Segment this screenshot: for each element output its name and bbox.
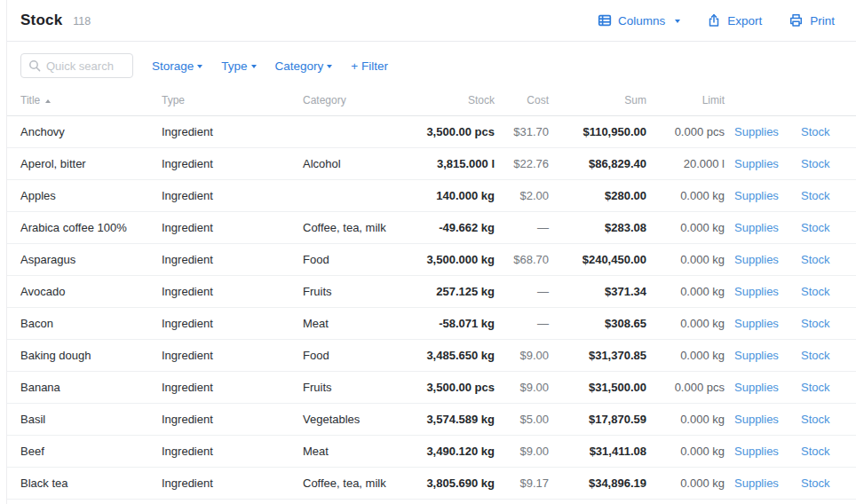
stock-link[interactable]: Stock — [801, 253, 830, 266]
stock-link[interactable]: Stock — [801, 476, 830, 490]
supplies-link[interactable]: Supplies — [734, 476, 779, 490]
table-row[interactable]: Black tea Ingredient Coffee, tea, milk 3… — [7, 467, 856, 499]
search-box[interactable] — [20, 53, 133, 78]
stock-link[interactable]: Stock — [801, 125, 830, 138]
table-row[interactable]: Apples Ingredient 140.000 kg $2.00 $280.… — [7, 179, 856, 211]
supplies-link[interactable]: Supplies — [734, 125, 779, 138]
column-header-type[interactable]: Type — [162, 85, 303, 115]
cell-title: Aperol, bitter — [7, 147, 162, 179]
sort-asc-icon — [45, 99, 51, 103]
cell-category: Coffee, tea, milk — [303, 467, 401, 499]
cell-supplies-action: Supplies — [725, 371, 787, 403]
stock-link[interactable]: Stock — [801, 157, 830, 170]
cell-title: Beef — [7, 435, 162, 467]
supplies-link[interactable]: Supplies — [734, 317, 779, 330]
export-button[interactable]: Export — [707, 13, 762, 28]
cell-stock-action: Stock — [787, 275, 856, 307]
cell-supplies-action: Supplies — [725, 307, 787, 339]
cell-stock-action: Stock — [787, 147, 856, 179]
cell-title: Basil — [7, 403, 162, 435]
column-header-cost[interactable]: Cost — [495, 85, 549, 115]
chevron-down-icon — [675, 20, 680, 23]
cell-stock-action: Stock — [787, 115, 856, 147]
column-header-limit[interactable]: Limit — [646, 85, 725, 115]
cell-category: Meat — [303, 435, 401, 467]
table-row[interactable]: Arabica coffee 100% Ingredient Coffee, t… — [7, 211, 856, 243]
storage-filter-dropdown[interactable]: Storage — [152, 59, 202, 73]
cell-type: Ingredient — [162, 179, 303, 211]
supplies-link[interactable]: Supplies — [734, 445, 779, 458]
cell-stock-action: Stock — [787, 403, 856, 435]
cell-stock-action: Stock — [787, 435, 856, 467]
supplies-link[interactable]: Supplies — [734, 253, 779, 266]
print-button-label: Print — [810, 14, 835, 28]
stock-link[interactable]: Stock — [801, 285, 830, 298]
stock-link[interactable]: Stock — [801, 445, 830, 458]
column-header-title[interactable]: Title — [7, 85, 162, 115]
cell-category — [303, 115, 401, 147]
cell-stock: 140.000 kg — [401, 179, 495, 211]
cell-stock: 3,485.650 kg — [401, 339, 495, 371]
category-filter-dropdown[interactable]: Category — [275, 59, 333, 73]
supplies-link[interactable]: Supplies — [734, 285, 779, 298]
column-header-stock-actions — [787, 85, 856, 115]
cell-cost: — — [495, 211, 549, 243]
cell-limit: 0.000 kg — [646, 467, 725, 499]
chevron-down-icon — [197, 65, 202, 68]
columns-button[interactable]: Columns — [598, 13, 680, 28]
page-header: Stock 118 Columns — [7, 0, 856, 42]
cell-sum: $280.00 — [549, 179, 646, 211]
cell-category — [303, 179, 401, 211]
stock-link[interactable]: Stock — [801, 317, 830, 330]
cell-limit: 0.000 kg — [646, 339, 725, 371]
stock-link[interactable]: Stock — [801, 381, 830, 394]
cell-limit: 0.000 kg — [646, 211, 725, 243]
stock-link[interactable]: Stock — [801, 413, 830, 426]
column-header-category[interactable]: Category — [303, 85, 401, 115]
stock-link[interactable]: Stock — [801, 221, 830, 234]
supplies-link[interactable]: Supplies — [734, 349, 779, 362]
type-filter-dropdown[interactable]: Type — [221, 59, 256, 73]
cell-title: Anchovy — [7, 115, 162, 147]
table-row[interactable]: Beef Ingredient Meat 3,490.120 kg $9.00 … — [7, 435, 856, 467]
supplies-link[interactable]: Supplies — [734, 381, 779, 394]
supplies-link[interactable]: Supplies — [734, 413, 779, 426]
stock-link[interactable]: Stock — [801, 189, 830, 202]
cell-sum: $31,370.85 — [549, 339, 646, 371]
table-row[interactable]: Aperol, bitter Ingredient Alcohol 3,815.… — [7, 147, 856, 179]
cell-stock-action: Stock — [787, 467, 856, 499]
cell-supplies-action: Supplies — [725, 179, 787, 211]
table-row[interactable]: Basil Ingredient Vegetables 3,574.589 kg… — [7, 403, 856, 435]
cell-sum: $308.65 — [549, 307, 646, 339]
cell-type: Ingredient — [162, 243, 303, 275]
cell-category: Coffee, tea, milk — [303, 211, 401, 243]
cell-type: Ingredient — [162, 147, 303, 179]
stock-link[interactable]: Stock — [801, 349, 830, 362]
table-row[interactable]: Banana Ingredient Fruits 3,500.00 pcs $9… — [7, 371, 856, 403]
cell-sum: $110,950.00 — [549, 115, 646, 147]
search-input[interactable] — [46, 59, 125, 73]
cell-stock-action: Stock — [787, 243, 856, 275]
cell-supplies-action: Supplies — [725, 467, 787, 499]
table-row[interactable]: Anchovy Ingredient 3,500.00 pcs $31.70 $… — [7, 115, 856, 147]
table-row[interactable]: Asparagus Ingredient Food 3,500.000 kg $… — [7, 243, 856, 275]
cell-type: Ingredient — [162, 467, 303, 499]
cell-limit: 0.000 kg — [646, 243, 725, 275]
print-button[interactable]: Print — [789, 13, 835, 28]
supplies-link[interactable]: Supplies — [734, 157, 779, 170]
table-row[interactable]: Avocado Ingredient Fruits 257.125 kg — $… — [7, 275, 856, 307]
cell-cost: — — [495, 307, 549, 339]
print-icon — [789, 13, 804, 28]
cell-limit: 0.000 pcs — [646, 371, 725, 403]
cell-stock: 3,500.00 pcs — [401, 115, 495, 147]
cell-stock: 3,500.000 kg — [401, 243, 495, 275]
stock-table: Title Type Category Stock Cost Sum Limit… — [7, 85, 856, 500]
column-header-sum[interactable]: Sum — [549, 85, 646, 115]
add-filter-button[interactable]: + Filter — [351, 59, 388, 73]
supplies-link[interactable]: Supplies — [734, 189, 779, 202]
table-row[interactable]: Baking dough Ingredient Food 3,485.650 k… — [7, 339, 856, 371]
table-row[interactable]: Bacon Ingredient Meat -58.071 kg — $308.… — [7, 307, 856, 339]
cell-type: Ingredient — [162, 307, 303, 339]
column-header-stock[interactable]: Stock — [401, 85, 495, 115]
supplies-link[interactable]: Supplies — [734, 221, 779, 234]
